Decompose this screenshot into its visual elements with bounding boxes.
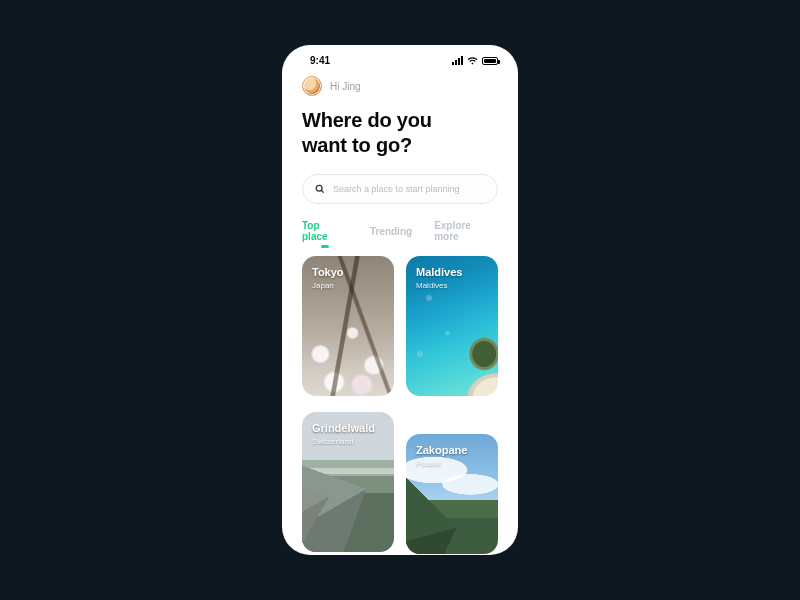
cellular-signal-icon	[452, 56, 463, 65]
place-country: Maldives	[416, 281, 490, 290]
tab-trending[interactable]: Trending	[370, 226, 412, 237]
search-icon	[315, 184, 325, 194]
places-col-right: Maldives Maldives Zakopane Poland	[406, 256, 498, 554]
place-card-label: Maldives Maldives	[416, 266, 490, 290]
status-time: 9:41	[310, 55, 330, 66]
place-country: Poland	[416, 459, 490, 468]
tab-top-place[interactable]: Top place	[302, 220, 348, 242]
place-card-label: Tokyo Japan	[312, 266, 386, 290]
places-grid: Tokyo Japan Grindelwald Switzerland Mald…	[302, 256, 498, 554]
battery-icon	[482, 57, 498, 65]
greeting-row: Hi Jing	[302, 76, 498, 96]
search-field[interactable]	[302, 174, 498, 204]
place-country: Switzerland	[312, 437, 386, 446]
greeting-text: Hi Jing	[330, 81, 361, 92]
tab-explore-more[interactable]: Explore more	[434, 220, 498, 242]
page-title-line1: Where do you	[302, 109, 432, 131]
avatar[interactable]	[302, 76, 322, 96]
phone-frame: 9:41 Hi Jing Where do you want to go?	[282, 45, 518, 555]
place-name: Maldives	[416, 266, 490, 278]
place-card-grindelwald[interactable]: Grindelwald Switzerland	[302, 412, 394, 552]
place-card-label: Zakopane Poland	[416, 444, 490, 468]
status-bar: 9:41	[282, 45, 518, 70]
place-card-label: Grindelwald Switzerland	[312, 422, 386, 446]
place-name: Zakopane	[416, 444, 490, 456]
places-col-left: Tokyo Japan Grindelwald Switzerland	[302, 256, 394, 554]
place-name: Grindelwald	[312, 422, 386, 434]
wifi-icon	[467, 57, 478, 65]
search-input[interactable]	[333, 184, 485, 194]
place-name: Tokyo	[312, 266, 386, 278]
place-card-zakopane[interactable]: Zakopane Poland	[406, 434, 498, 554]
page-title-line2: want to go?	[302, 134, 412, 156]
svg-line-1	[321, 190, 323, 192]
place-card-maldives[interactable]: Maldives Maldives	[406, 256, 498, 396]
place-country: Japan	[312, 281, 386, 290]
page-title: Where do you want to go?	[302, 108, 498, 158]
screen-content: Hi Jing Where do you want to go? Top pla…	[282, 70, 518, 554]
tab-bar: Top place Trending Explore more	[302, 220, 498, 242]
place-card-tokyo[interactable]: Tokyo Japan	[302, 256, 394, 396]
status-indicators	[452, 56, 498, 65]
